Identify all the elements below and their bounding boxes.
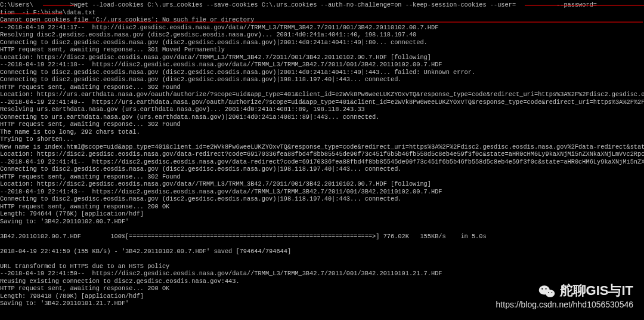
svg-point-8 xyxy=(547,292,549,293)
watermark-title: 舵聊GIS与IT xyxy=(560,287,633,295)
line-07: HTTP request sent, awaiting response... … xyxy=(0,46,225,53)
line-34: 2018-04-19 22:41:50 (155 KB/s) - '3B42.2… xyxy=(0,248,291,255)
watermark-url: https://blog.csdn.net/hhd1056530546 xyxy=(496,301,633,309)
line-16: Connecting to urs.earthdata.nasa.gov (ur… xyxy=(0,113,379,121)
line-14: --2018-04-19 22:41:40-- https://urs.eart… xyxy=(0,99,644,106)
line-10: Connecting to disc2.gesdisc.eosdis.nasa.… xyxy=(0,69,475,76)
line-11: Connecting to disc2.gesdisc.eosdis.nasa.… xyxy=(0,76,402,83)
line-24: HTTP request sent, awaiting response... … xyxy=(0,173,181,180)
line-01: C:\Users\ >wget --load-cookies C:\.urs_c… xyxy=(0,1,644,8)
svg-point-6 xyxy=(541,288,543,289)
line-27: Connecting to disc2.gesdisc.eosdis.nasa.… xyxy=(0,195,402,202)
line-40: Length: 798418 (780K) [application/hdf] xyxy=(0,293,144,300)
line-41: Saving to: '3B42.20110101.21.7.HDF' xyxy=(0,300,129,307)
line-19: Trying to shorten... xyxy=(0,136,74,143)
line-37: --2018-04-19 22:41:50-- https://disc2.ge… xyxy=(0,270,442,277)
line-05: Resolving disc2.gesdisc.eosdis.nasa.gov … xyxy=(0,31,416,38)
line-06: Connecting to disc2.gesdisc.eosdis.nasa.… xyxy=(0,39,428,46)
line-08: Location: https://disc2.gesdisc.eosdis.n… xyxy=(0,54,431,61)
watermark: 舵聊GIS与IT https://blog.csdn.net/hhd105653… xyxy=(496,284,633,309)
line-39: HTTP request sent, awaiting response... … xyxy=(0,285,169,292)
line-12: HTTP request sent, awaiting response... … xyxy=(0,84,181,91)
line-03: Cannot open cookies file 'C:/.urs_cookie… xyxy=(0,16,254,23)
line-25: Location: https://disc2.gesdisc.eosdis.n… xyxy=(0,180,431,187)
terminal-window[interactable]: C:\Users\ >wget --load-cookies C:\.urs_c… xyxy=(0,0,644,320)
line-13: Location: https://urs.earthdata.nasa.gov… xyxy=(0,91,644,98)
line-32: 3B42.20110102.00.7.HDF 100%[============… xyxy=(0,233,487,240)
svg-point-7 xyxy=(545,288,546,289)
svg-point-5 xyxy=(545,290,554,297)
line-21: Location: https://disc2.gesdisc.eosdis.n… xyxy=(0,150,644,158)
line-17: HTTP request sent, awaiting response... … xyxy=(0,121,181,128)
line-29: Length: 794644 (776K) [application/hdf] xyxy=(0,210,144,217)
line-23: Connecting to disc2.gesdisc.eosdis.nasa.… xyxy=(0,165,402,173)
line-38: Reusing existing connection to disc2.ges… xyxy=(0,278,240,285)
line-22: --2018-04-19 22:41:41-- https://disc2.ge… xyxy=(0,158,644,165)
line-36: URL transformed to HTTPS due to an HSTS … xyxy=(0,263,169,270)
line-30: Saving to: '3B42.20110102.00.7.HDF' xyxy=(0,218,129,225)
terminal-output: C:\Users\ >wget --load-cookies C:\.urs_c… xyxy=(0,0,644,307)
line-26: --2018-04-19 22:41:43-- https://disc2.ge… xyxy=(0,188,442,195)
line-28: HTTP request sent, awaiting response... … xyxy=(0,203,169,210)
line-20: New name is index.html@scope=uid&app_typ… xyxy=(0,143,644,150)
line-02: tion -i F:\bishe\data.txt xyxy=(0,9,96,16)
line-18: The name is too long, 292 chars total. xyxy=(0,128,140,136)
line-09: --2018-04-19 22:41:18-- https://disc2.ge… xyxy=(0,61,442,68)
svg-point-9 xyxy=(551,292,552,293)
line-15: Resolving urs.earthdata.nasa.gov (urs.ea… xyxy=(0,106,365,113)
line-04: --2018-04-19 22:41:17-- http://disc2.ges… xyxy=(0,24,438,31)
wechat-icon xyxy=(538,284,555,299)
